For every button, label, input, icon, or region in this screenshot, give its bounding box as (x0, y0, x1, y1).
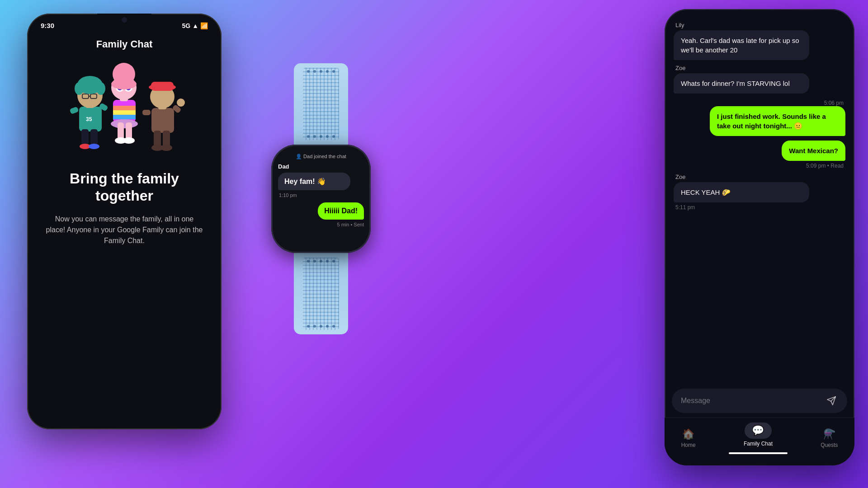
svg-text:35: 35 (86, 116, 92, 122)
svg-point-12 (75, 82, 84, 95)
svg-rect-3 (90, 129, 98, 145)
bubble-lily: Yeah. Carl's dad was late for pick up so… (674, 30, 809, 60)
svg-rect-22 (126, 122, 132, 140)
sent-time-1: 5:06 pm (822, 100, 845, 106)
watch-received-bubble: Hey fam! 👋 (278, 173, 350, 190)
nav-home[interactable]: 🏠 Home (681, 428, 696, 448)
svg-point-20 (111, 119, 138, 128)
watch-chat-content: 👤 Dad joined the chat Dad Hey fam! 👋 1:1… (278, 154, 364, 227)
notch (97, 14, 151, 26)
sent-message-1: 5:06 pm I just finished work. Sounds lik… (674, 98, 845, 136)
send-button[interactable] (825, 394, 838, 408)
sender-lily: Lily (674, 22, 845, 28)
phone-left: 9:30 5G ▲ 📶 Family Chat 35 (27, 14, 222, 429)
svg-rect-38 (163, 131, 170, 147)
watch-band-bottom (294, 253, 348, 334)
message-zoe-1: Zoe Whats for dinner? I'm STARVING lol (674, 65, 845, 94)
svg-rect-18 (113, 110, 136, 115)
sender-zoe-1: Zoe (674, 65, 845, 71)
time: 9:30 (41, 22, 54, 29)
nav-family-chat[interactable]: 💬 Family Chat (729, 422, 788, 454)
band-holes-bottom (307, 325, 335, 328)
nav-home-label: Home (681, 442, 696, 448)
nav-quests[interactable]: ⚗️ Quests (821, 428, 838, 448)
watch-join-message: 👤 Dad joined the chat (278, 154, 364, 160)
subtitle: Now you can message the family, all in o… (27, 214, 222, 246)
svg-rect-2 (81, 129, 89, 145)
watch-sent-bubble: Hiiiii Dad! (318, 202, 364, 220)
svg-rect-21 (118, 122, 124, 140)
svg-point-46 (177, 99, 185, 107)
smartwatch: 👤 Dad joined the chat Dad Hey fam! 👋 1:1… (258, 63, 384, 402)
bubble-sent-2: Want Mexican? (782, 141, 845, 161)
svg-rect-47 (142, 110, 151, 115)
sent-time-2: 5:09 pm • Read (804, 163, 845, 169)
chat-icon: 💬 (752, 425, 764, 436)
sender-zoe-2: Zoe (674, 174, 845, 180)
svg-point-13 (96, 82, 105, 95)
bottom-navigation: 🏠 Home 💬 Family Chat ⚗️ Quests (665, 418, 854, 465)
svg-point-5 (89, 144, 99, 149)
nav-family-chat-label: Family Chat (744, 441, 773, 447)
app-title: Family Chat (96, 38, 153, 50)
message-input-bar[interactable]: Message (672, 389, 847, 413)
svg-rect-17 (113, 106, 136, 110)
sent-message-2: Want Mexican? 5:09 pm • Read (674, 141, 845, 169)
characters-illustration: 35 (47, 57, 201, 156)
watch-received-time: 1:10 pm (279, 192, 364, 198)
svg-rect-19 (113, 115, 136, 119)
status-bar-right (665, 9, 854, 17)
bubble-sent-1: I just finished work. Sounds like a take… (710, 106, 845, 136)
watch-screen: 👤 Dad joined the chat Dad Hey fam! 👋 1:1… (271, 145, 371, 253)
quests-icon: ⚗️ (823, 428, 835, 440)
message-input[interactable]: Message (681, 397, 710, 405)
home-icon: 🏠 (682, 428, 694, 440)
watch-band-top (294, 63, 348, 145)
chat-area: Lily Yeah. Carl's dad was late for pick … (665, 17, 854, 384)
bubble-zoe-1: Whats for dinner? I'm STARVING lol (674, 73, 809, 94)
band-holes-top-bottom (307, 135, 335, 138)
band-holes-bottom-top (307, 260, 335, 263)
svg-rect-36 (151, 108, 174, 133)
phone-right: Lily Yeah. Carl's dad was late for pick … (665, 9, 854, 465)
watch-sender-name: Dad (278, 163, 364, 170)
svg-point-24 (123, 137, 135, 144)
svg-rect-37 (154, 131, 161, 147)
message-lily: Lily Yeah. Carl's dad was late for pick … (674, 22, 845, 60)
headline: Bring the family together (27, 170, 222, 205)
nav-active-indicator (729, 452, 788, 454)
svg-rect-14 (70, 107, 79, 114)
msg-time-zoe-2: 5:11 pm (674, 204, 845, 211)
nav-quests-label: Quests (821, 442, 838, 448)
signal-indicators: 5G ▲ 📶 (182, 22, 208, 29)
svg-rect-44 (151, 82, 174, 91)
svg-point-35 (111, 79, 137, 89)
bubble-zoe-2: HECK YEAH 🌮 (674, 182, 809, 202)
message-zoe-2: Zoe HECK YEAH 🌮 5:11 pm (674, 174, 845, 211)
camera (122, 17, 127, 23)
watch-sent-time: 5 min • Sent (278, 222, 364, 227)
band-holes-top (307, 70, 335, 73)
nav-family-chat-pill: 💬 (745, 422, 772, 439)
svg-point-40 (160, 145, 172, 151)
